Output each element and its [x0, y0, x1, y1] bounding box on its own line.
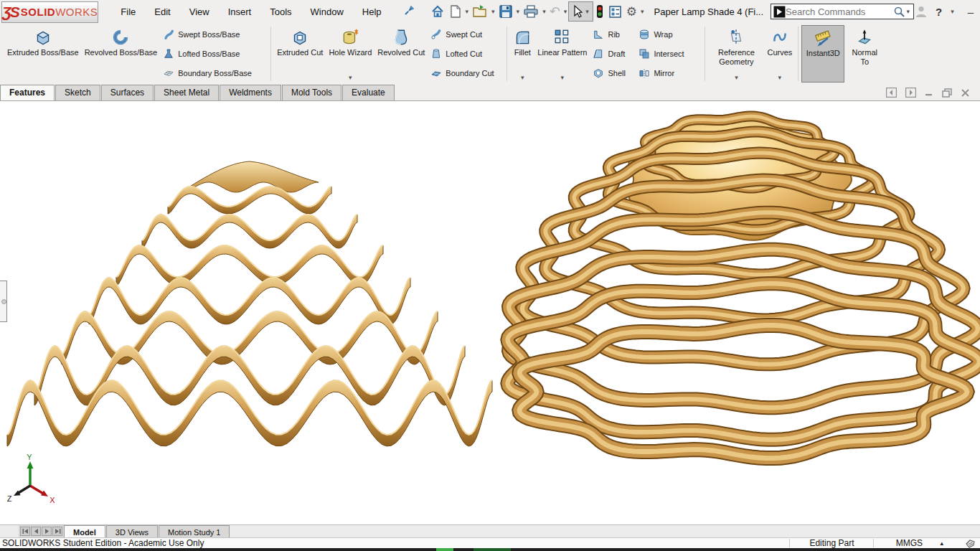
rib-button[interactable]: Rib: [593, 27, 633, 42]
tab-weldments[interactable]: Weldments: [220, 85, 281, 100]
graphics-area[interactable]: Y X Z: [0, 101, 980, 524]
instant3d-icon: [813, 27, 833, 49]
lofted-boss-button[interactable]: Lofted Boss/Base: [163, 47, 265, 61]
scroll-prev-icon[interactable]: [31, 527, 41, 536]
menu-view[interactable]: View: [180, 2, 219, 22]
print-icon[interactable]: [521, 2, 541, 21]
menu-tools[interactable]: Tools: [260, 2, 301, 22]
linear-pattern-icon: [553, 27, 572, 48]
solidworks-logo: ƷS SOLIDWORKS: [1, 1, 98, 23]
wrap-button[interactable]: Wrap: [639, 27, 699, 42]
reference-geometry-button[interactable]: Reference Geometry ▾: [708, 25, 764, 83]
boundary-boss-button[interactable]: Boundary Boss/Base: [163, 66, 265, 80]
options-list-icon[interactable]: [606, 3, 624, 21]
tab-3d-views[interactable]: 3D Views: [106, 525, 158, 537]
linear-pattern-dropdown-icon[interactable]: ▾: [561, 74, 565, 81]
menu-insert[interactable]: Insert: [219, 2, 261, 22]
lofted-boss-icon: [163, 48, 174, 60]
draft-button[interactable]: Draft: [593, 47, 633, 61]
draft-icon: [593, 48, 604, 60]
dome-lamp-shade-model[interactable]: [508, 116, 980, 458]
print-dropdown-icon[interactable]: ▾: [542, 8, 546, 15]
tab-mold-tools[interactable]: Mold Tools: [282, 85, 341, 100]
pyramid-lamp-shade-model[interactable]: [7, 161, 492, 446]
user-icon[interactable]: [914, 4, 928, 19]
feature-manager-collapsed-tab[interactable]: [0, 281, 7, 322]
scroll-first-icon[interactable]: [20, 527, 30, 536]
scroll-next-icon[interactable]: [42, 527, 52, 536]
search-dropdown-icon[interactable]: ▾: [907, 8, 910, 15]
tab-surfaces[interactable]: Surfaces: [101, 85, 154, 100]
gear-dropdown-icon[interactable]: ▾: [641, 8, 644, 15]
mirror-button[interactable]: Mirror: [639, 66, 699, 80]
traffic-light-icon[interactable]: [593, 2, 606, 21]
tag-icon[interactable]: [965, 539, 976, 548]
scroll-last-icon[interactable]: [52, 527, 62, 536]
pane-left-icon[interactable]: [886, 88, 897, 98]
boundary-cut-button[interactable]: Boundary Cut: [430, 66, 501, 80]
lofted-cut-button[interactable]: Lofted Cut: [430, 47, 501, 61]
new-dropdown-icon[interactable]: ▾: [466, 8, 469, 15]
tab-evaluate[interactable]: Evaluate: [342, 85, 395, 100]
ds-logo-glyph: ƷS: [2, 4, 19, 21]
tab-model[interactable]: Model: [64, 525, 105, 537]
revolved-boss-icon: [111, 27, 130, 48]
z-axis-label: Z: [7, 494, 12, 503]
magnifier-icon[interactable]: [893, 6, 905, 18]
ribbon-separator: [270, 27, 271, 81]
linear-pattern-button[interactable]: Linear Pattern ▾: [534, 25, 590, 83]
save-dropdown-icon[interactable]: ▾: [517, 8, 520, 15]
tab-features[interactable]: Features: [0, 85, 55, 100]
fillet-button[interactable]: Fillet ▾: [510, 25, 534, 83]
select-dropdown-icon[interactable]: ▾: [585, 8, 589, 15]
boundary-cut-icon: [430, 67, 442, 79]
home-icon[interactable]: [428, 2, 447, 21]
shell-button[interactable]: Shell: [593, 66, 633, 80]
extruded-boss-button[interactable]: Extruded Boss/Base: [4, 25, 82, 83]
new-document-icon[interactable]: [447, 2, 464, 21]
y-axis-arrow: [27, 461, 34, 468]
menu-file[interactable]: File: [111, 2, 145, 22]
swept-boss-button[interactable]: Swept Boss/Base: [163, 27, 265, 42]
pushpin-icon[interactable]: [404, 4, 415, 19]
document-window-controls: [886, 88, 970, 100]
license-text: SOLIDWORKS Student Edition - Academic Us…: [2, 538, 785, 548]
taskbar-accent: [473, 548, 511, 551]
tab-sketch[interactable]: Sketch: [55, 85, 100, 100]
units-dropup-icon[interactable]: ▴: [940, 540, 943, 547]
help-icon[interactable]: ?: [936, 6, 942, 18]
search-input[interactable]: [786, 6, 892, 17]
units-selector[interactable]: MMGS: [878, 538, 940, 548]
curves-dropdown-icon[interactable]: ▾: [778, 74, 782, 81]
save-icon[interactable]: [496, 2, 515, 21]
command-manager-ribbon: Extruded Boss/Base Revolved Boss/Base Sw…: [0, 23, 980, 84]
pane-right-icon[interactable]: [905, 88, 916, 98]
fillet-dropdown-icon[interactable]: ▾: [521, 74, 524, 81]
open-dropdown-icon[interactable]: ▾: [491, 8, 495, 15]
help-dropdown-icon[interactable]: ▾: [951, 8, 954, 15]
revolved-cut-button[interactable]: Revolved Cut: [374, 25, 428, 83]
status-bar: SOLIDWORKS Student Edition - Academic Us…: [0, 537, 980, 548]
minimize-button[interactable]: –: [963, 6, 979, 18]
reference-geometry-dropdown-icon[interactable]: ▾: [735, 74, 738, 81]
select-cursor-icon[interactable]: ▾: [568, 1, 593, 22]
extruded-cut-button[interactable]: Extruded Cut: [274, 25, 326, 83]
open-icon[interactable]: [470, 2, 490, 21]
menu-window[interactable]: Window: [301, 2, 353, 22]
curves-button[interactable]: Curves ▾: [764, 25, 795, 83]
gear-icon[interactable]: ⚙: [624, 2, 639, 22]
doc-minimize-icon[interactable]: [925, 88, 933, 97]
menu-edit[interactable]: Edit: [145, 2, 179, 22]
hole-wizard-button[interactable]: Hole Wizard ▾: [326, 25, 374, 83]
tab-motion-study-1[interactable]: Motion Study 1: [159, 525, 230, 537]
menu-help[interactable]: Help: [353, 2, 391, 22]
doc-restore-icon[interactable]: [942, 88, 952, 98]
swept-cut-button[interactable]: Swept Cut: [430, 27, 501, 42]
intersect-button[interactable]: Intersect: [639, 47, 699, 61]
normal-to-button[interactable]: Normal To: [844, 25, 885, 83]
doc-close-icon[interactable]: [961, 88, 970, 98]
revolved-boss-button[interactable]: Revolved Boss/Base: [82, 25, 161, 83]
tab-sheet-metal[interactable]: Sheet Metal: [154, 85, 219, 100]
instant3d-button[interactable]: Instant3D: [801, 25, 844, 83]
hole-wizard-dropdown-icon[interactable]: ▾: [349, 74, 352, 81]
